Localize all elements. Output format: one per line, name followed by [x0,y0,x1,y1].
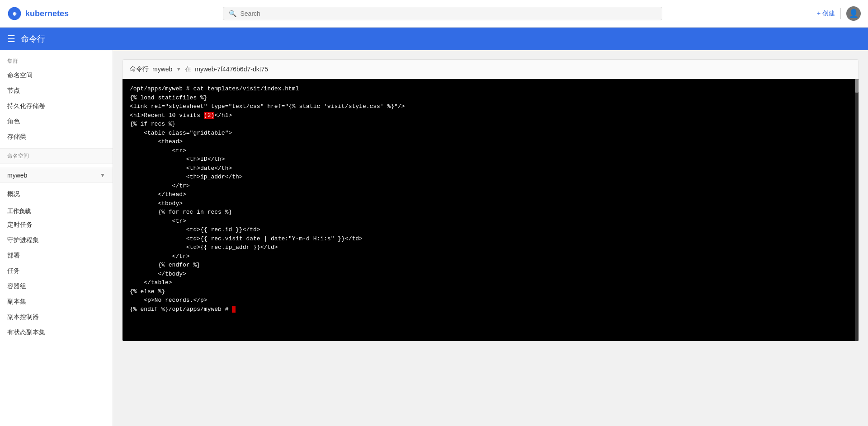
sidebar-item-cronjob[interactable]: 定时任务 [0,217,113,233]
terminal-line: <link rel="stylesheet" type="text/css" h… [130,102,851,111]
sidebar-item-pv[interactable]: 持久化存储卷 [0,98,113,114]
cluster-section-title: 集群 [0,50,113,68]
sub-header: ☰ 命令行 [0,28,868,50]
terminal-cursor [232,306,236,313]
terminal-panel: 命令行 myweb ▼ 在 myweb-7f4476b6d7-dkt75 /op… [122,59,859,342]
terminal-header-select-arrow: ▼ [176,66,181,72]
terminal-line: <thead> [130,137,851,146]
sidebar-item-daemonset-label: 守护进程集 [7,236,39,244]
sidebar-item-deployment[interactable]: 部署 [0,248,113,263]
terminal-line: <th>date</th> [130,164,851,173]
navbar: ⎈ kubernetes 🔍 + 创建 👤 [0,0,868,28]
terminal-line: {% for rec in recs %} [130,208,851,217]
terminal-header-select[interactable]: myweb [152,66,172,73]
hamburger-menu[interactable]: ☰ [7,33,15,44]
main-content: 命令行 myweb ▼ 在 myweb-7f4476b6d7-dkt75 /op… [113,50,868,426]
terminal-line: /opt/apps/myweb # cat templates/visit/in… [130,84,851,94]
create-button[interactable]: + 创建 [817,9,835,18]
namespace-selector[interactable]: 命名空间 [0,148,113,164]
terminal-header-in: 在 [185,65,191,73]
sidebar-item-pod[interactable]: 容器组 [0,279,113,294]
kubernetes-logo: ⎈ [7,6,22,21]
terminal-header-pod: myweb-7f4476b6d7-dkt75 [195,66,268,73]
search-box[interactable]: 🔍 [223,7,662,20]
sidebar-item-replicaset[interactable]: 副本集 [0,294,113,309]
sidebar-item-job[interactable]: 任务 [0,263,113,279]
sidebar-item-overview-label: 概况 [7,190,20,198]
navbar-actions: + 创建 👤 [817,6,861,21]
sidebar-item-roles-label: 角色 [7,117,20,126]
terminal-line: </thead> [130,190,851,199]
terminal-line: <table class="gridtable"> [130,129,851,138]
user-avatar[interactable]: 👤 [846,6,861,21]
namespace-value-selector[interactable]: myweb ▼ [0,168,113,183]
terminal-line: <h1>Recent 10 visits (2)</h1> [130,111,851,120]
terminal-line: </table> [130,278,851,287]
namespace-dropdown-arrow: ▼ [100,172,105,178]
terminal-line: <tr> [130,217,851,226]
scrollbar-track [855,79,859,341]
sidebar-item-namespace[interactable]: 命名空间 [0,68,113,83]
terminal-body[interactable]: /opt/apps/myweb # cat templates/visit/in… [123,79,859,341]
terminal-text: </h1> [214,112,232,119]
nav-divider [840,8,841,19]
sidebar-item-nodes-label: 节点 [7,87,20,95]
sidebar-item-pod-label: 容器组 [7,282,26,290]
terminal-line: <td>{{ rec.ip_addr }}</td> [130,243,851,252]
search-container: 🔍 [223,7,662,20]
sidebar-item-daemonset[interactable]: 守护进程集 [0,233,113,248]
sidebar-item-namespace-label: 命名空间 [7,71,33,80]
sidebar-item-pv-label: 持久化存储卷 [7,102,45,110]
sidebar-item-statefulset[interactable]: 有状态副本集 [0,325,113,340]
sidebar: 集群 命名空间 节点 持久化存储卷 角色 存储类 命名空间 myweb ▼ 概况… [0,50,113,426]
namespace-label: 命名空间 [7,152,29,160]
scrollbar-thumb [855,79,859,93]
svg-text:⎈: ⎈ [13,10,17,17]
terminal-text: <h1>Recent 10 visits [130,112,204,119]
sidebar-item-nodes[interactable]: 节点 [0,83,113,98]
sidebar-item-replicaset-label: 副本集 [7,298,26,306]
terminal-line: {% load staticfiles %} [130,94,851,103]
terminal-line: <td>{{ rec.visit_date | date:"Y-m-d H:i:… [130,234,851,243]
terminal-line: <tr> [130,146,851,155]
terminal-header-command-label: 命令行 [130,65,149,73]
sidebar-item-roles[interactable]: 角色 [0,114,113,129]
sidebar-item-statefulset-label: 有状态副本集 [7,328,45,337]
sidebar-item-overview[interactable]: 概况 [0,187,113,202]
terminal-line: <p>No records.</p> [130,296,851,305]
terminal-line: {% endif %}/opt/apps/myweb # [130,305,851,314]
sidebar-item-deployment-label: 部署 [7,252,20,260]
terminal-line: </tbody> [130,270,851,279]
terminal-line: <th>ID</th> [130,155,851,164]
sidebar-item-rc[interactable]: 副本控制器 [0,309,113,325]
terminal-line: </tr> [130,182,851,191]
sidebar-item-storage-label: 存储类 [7,133,26,141]
terminal-line: {% if recs %} [130,120,851,129]
search-input[interactable] [240,10,656,17]
terminal-line: <th>ip_addr</th> [130,173,851,182]
sidebar-item-storage[interactable]: 存储类 [0,129,113,145]
search-icon: 🔍 [229,10,236,17]
user-icon: 👤 [849,9,859,19]
sub-header-title: 命令行 [21,33,45,44]
terminal-line: {% else %} [130,287,851,296]
terminal-line: <td>{{ rec.id }}</td> [130,225,851,234]
terminal-line: {% endfor %} [130,261,851,270]
terminal-line: <tbody> [130,199,851,208]
namespace-value: myweb [7,172,27,179]
workload-section-header: 工作负载 [0,202,113,217]
terminal-line: </tr> [130,252,851,261]
sidebar-item-cronjob-label: 定时任务 [7,221,33,229]
sidebar-item-rc-label: 副本控制器 [7,313,39,321]
terminal-highlight: (2) [204,112,214,119]
main-layout: 集群 命名空间 节点 持久化存储卷 角色 存储类 命名空间 myweb ▼ 概况… [0,50,868,426]
sidebar-item-job-label: 任务 [7,267,20,275]
terminal-header: 命令行 myweb ▼ 在 myweb-7f4476b6d7-dkt75 [123,60,859,79]
brand-title: kubernetes [25,9,69,19]
brand: ⎈ kubernetes [7,6,69,21]
